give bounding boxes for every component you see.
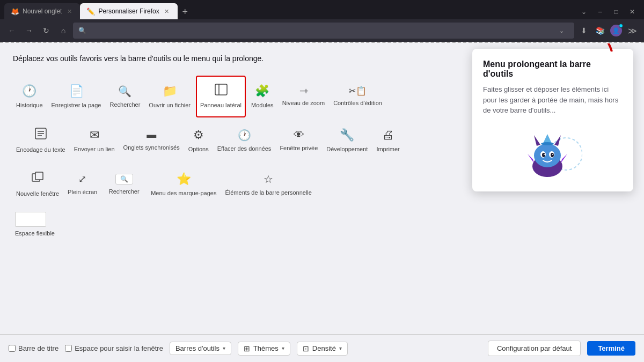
tool-addons-label: Modules — [251, 101, 274, 109]
bottom-bar: Barre de titre Espace pour saisir la fen… — [0, 334, 644, 362]
tool-sidebar[interactable]: Panneau latéral — [196, 76, 246, 117]
overflow-menu-button[interactable]: ≫ — [625, 23, 640, 38]
downloads-icon[interactable]: ⬇ — [576, 23, 591, 38]
tab-overflow-button[interactable]: ⌄ — [576, 4, 591, 19]
search-field-icon: 🔍 — [115, 174, 133, 184]
svg-point-11 — [534, 144, 561, 167]
tool-personal-bar-label: Éléments de la barre personnelle — [225, 189, 311, 196]
toolbars-dropdown-label: Barres d'outils — [175, 344, 219, 352]
addons-icon: 🧩 — [255, 84, 269, 98]
address-dropdown-button[interactable]: ⌄ — [554, 23, 569, 38]
profile-letter: 👤 — [612, 27, 620, 34]
grab-window-label: Espace pour saisir la fenêtre — [75, 344, 163, 352]
tool-new-window[interactable]: Nouvelle fenêtre — [13, 164, 62, 205]
maximize-button[interactable]: □ — [609, 4, 624, 19]
tool-print-label: Imprimer — [376, 145, 399, 153]
themes-chevron-icon: ▾ — [282, 345, 284, 351]
grab-window-checkbox-input[interactable] — [65, 345, 72, 352]
tool-private-window[interactable]: 👁 Fenêtre privée — [276, 120, 321, 161]
tool-bookmarks-menu-label: Menu des marque-pages — [151, 189, 216, 197]
done-button[interactable]: Terminé — [587, 341, 635, 356]
save-page-icon: 📄 — [69, 84, 84, 98]
forward-button[interactable]: → — [21, 23, 36, 38]
tool-options[interactable]: ⚙ Options — [185, 120, 212, 161]
open-file-icon: 📁 — [163, 84, 177, 98]
tool-save-page[interactable]: 📄 Enregistrer la page — [48, 76, 105, 117]
close-button[interactable]: ✕ — [625, 4, 640, 19]
home-button[interactable]: ⌂ — [56, 23, 71, 38]
title-bar-checkbox-input[interactable] — [9, 345, 16, 352]
history-icon: 🕐 — [22, 84, 36, 98]
tooltip-description: Faites glisser et déposer les éléments i… — [483, 84, 623, 116]
toolbars-dropdown-button[interactable]: Barres d'outils ▾ — [170, 342, 231, 355]
customize-page: Déplacez vos outils favoris vers la barr… — [0, 43, 644, 336]
tool-options-label: Options — [188, 145, 209, 153]
tool-edit-controls[interactable]: ✂📋 Contrôles d'édition — [330, 76, 385, 117]
address-input[interactable] — [90, 27, 551, 35]
density-dropdown-button[interactable]: ⊡ Densité ▾ — [297, 342, 348, 356]
address-bar[interactable]: 🔍 ⌄ — [73, 23, 574, 39]
flexible-space-item[interactable]: Espace flexible — [15, 212, 631, 237]
profile-icon[interactable]: 👤 — [609, 23, 624, 38]
firefox-icon: 🦊 — [11, 8, 19, 16]
tool-sync-tabs[interactable]: ▬ Onglets synchronisés — [120, 120, 183, 161]
tool-private-window-label: Fenêtre privée — [280, 144, 318, 152]
tab-bar: 🦊 Nouvel onglet ✕ ✏️ Personnaliser Firef… — [0, 0, 644, 19]
minimize-button[interactable]: − — [592, 4, 608, 19]
edit-icon: ✏️ — [86, 8, 95, 16]
search-icon: 🔍 — [78, 27, 86, 34]
private-window-icon: 👁 — [294, 129, 304, 141]
toolbars-chevron-icon: ▾ — [223, 345, 225, 351]
profile-badge — [619, 24, 623, 28]
tool-fullscreen[interactable]: ⤢ Plein écran — [64, 164, 100, 205]
tool-developer-label: Développement — [326, 145, 368, 153]
tool-send-link[interactable]: ✉ Envoyer un lien — [71, 120, 118, 161]
svg-rect-0 — [215, 84, 227, 95]
tool-addons[interactable]: 🧩 Modules — [248, 76, 277, 117]
tab-close-button[interactable]: ✕ — [163, 7, 171, 16]
tool-search[interactable]: 🔍 Rechercher — [106, 76, 143, 117]
tool-zoom[interactable]: −+ Niveau de zoom — [279, 76, 328, 117]
default-config-button[interactable]: Configuration par défaut — [488, 341, 581, 356]
tool-encode-text-label: Encodage du texte — [16, 146, 65, 153]
tool-encode-text[interactable]: Encodage du texte — [13, 120, 69, 161]
svg-point-17 — [551, 153, 554, 157]
tab-label: Personnaliser Firefox — [98, 8, 159, 15]
density-chevron-icon: ▾ — [339, 345, 342, 351]
reload-button[interactable]: ↻ — [39, 23, 54, 38]
tool-search-field[interactable]: 🔍 Rechercher — [103, 164, 145, 205]
new-tab-button[interactable]: + — [178, 4, 193, 19]
back-button[interactable]: ← — [4, 23, 19, 38]
themes-grid-icon: ⊞ — [244, 344, 250, 353]
tooltip-title: Menu prolongeant la barre d'outils — [483, 60, 623, 79]
tool-bookmarks-menu[interactable]: ⭐ Menu des marque-pages — [148, 164, 219, 205]
themes-dropdown-button[interactable]: ⊞ Thèmes ▾ — [238, 342, 290, 356]
tool-print[interactable]: 🖨 Imprimer — [373, 120, 402, 161]
svg-marker-21 — [561, 154, 567, 163]
tab-personnaliser[interactable]: ✏️ Personnaliser Firefox ✕ — [80, 3, 177, 19]
tool-edit-controls-label: Contrôles d'édition — [333, 99, 382, 107]
tab-close-button[interactable]: ✕ — [65, 7, 74, 16]
title-bar-checkbox[interactable]: Barre de titre — [9, 344, 58, 352]
grab-window-checkbox[interactable]: Espace pour saisir la fenêtre — [65, 344, 163, 352]
sync-tabs-icon: ▬ — [147, 129, 156, 141]
svg-point-19 — [552, 154, 553, 155]
tool-clear-data[interactable]: 🕐 Effacer des données — [214, 120, 275, 161]
tool-clear-data-label: Effacer des données — [217, 145, 272, 152]
svg-marker-12 — [534, 135, 540, 146]
svg-point-18 — [544, 154, 545, 155]
profile-avatar: 👤 — [610, 25, 622, 36]
tool-developer[interactable]: 🔧 Développement — [323, 120, 371, 161]
tab-nouvel-onglet[interactable]: 🦊 Nouvel onglet ✕ — [4, 3, 80, 19]
sidebar-icon — [215, 84, 228, 98]
tool-send-link-label: Envoyer un lien — [74, 145, 115, 153]
tool-fullscreen-label: Plein écran — [68, 188, 97, 196]
tool-personal-bar[interactable]: ☆ Éléments de la barre personnelle — [222, 164, 314, 205]
tool-open-file[interactable]: 📁 Ouvrir un fichier — [145, 76, 194, 117]
navigation-bar: ← → ↻ ⌂ 🔍 ⌄ ⬇ 📚 👤 ≫ — [0, 19, 644, 42]
tool-search-label: Rechercher — [109, 101, 140, 108]
default-config-label: Configuration par défaut — [497, 344, 572, 352]
tool-new-window-label: Nouvelle fenêtre — [16, 190, 59, 197]
library-icon[interactable]: 📚 — [592, 23, 608, 38]
tool-history[interactable]: 🕐 Historique — [13, 76, 46, 117]
